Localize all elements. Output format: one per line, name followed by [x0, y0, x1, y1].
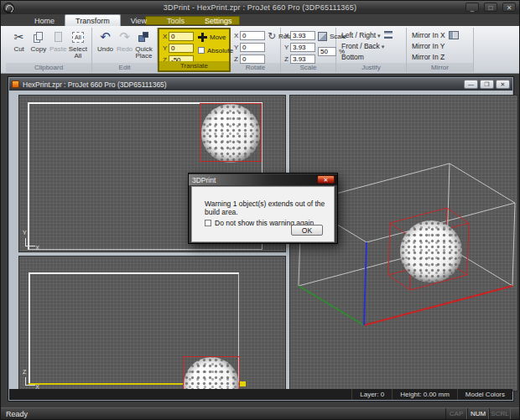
mirror-x-button[interactable]: Mirror In X	[410, 29, 460, 40]
copy-icon	[34, 32, 43, 43]
document-minimize-button[interactable]: —	[464, 80, 478, 89]
dialog-ok-button[interactable]: OK	[291, 225, 323, 236]
scale-y-input[interactable]	[290, 43, 315, 52]
minimize-button[interactable]: _	[465, 3, 479, 12]
window-title: 3DPrint - HexPrint.zpr : ProJet 660 Pro …	[1, 3, 519, 12]
group-label-edit: Edit	[92, 63, 157, 72]
absolute-checkbox[interactable]: Absolute	[198, 45, 233, 55]
cut-button[interactable]: ✂ Cut	[10, 29, 28, 53]
ribbon-tab-row: Home Transform View Tools Settings	[1, 14, 519, 26]
warning-dialog: 3DPrint ✕ Warning 1 object(s) extends ou…	[188, 173, 338, 244]
ribbon-group-mirror: Mirror In X Mirror In Y Mirror In Z Mirr…	[407, 28, 474, 72]
document-title-bar[interactable]: HexPrint.zpr : ProJet 660 Pro (3DP651113…	[9, 78, 512, 91]
ribbon-group-scale: X Y Z Scale % Scale	[281, 28, 336, 72]
viewport-front-view[interactable]: Z X	[18, 256, 286, 391]
axis-y-green	[299, 286, 364, 325]
undo-icon: ↶	[100, 34, 111, 40]
close-button[interactable]: ✕	[502, 3, 516, 12]
quick-place-button[interactable]: Quick Place	[135, 29, 153, 60]
tab-settings[interactable]: Settings	[195, 15, 242, 26]
mirror-icon	[449, 31, 459, 39]
status-ready-text: Ready	[6, 410, 28, 418]
mirror-z-button[interactable]: Mirror In Z	[410, 51, 446, 62]
status-bar: Ready CAP NUM SCRL	[1, 407, 519, 419]
maximize-button[interactable]: □	[484, 3, 497, 12]
redo-icon: ↷	[119, 34, 130, 40]
dialog-title: 3DPrint	[192, 176, 216, 184]
axis-indicator-front-view: Z X	[23, 374, 36, 387]
scale-z-label: Z	[284, 55, 290, 63]
group-label-rotate: Rotate	[231, 63, 280, 72]
scroll-lock-indicator: SCRL	[489, 408, 511, 419]
document-restore-button[interactable]: ❐	[480, 80, 494, 89]
tab-transform[interactable]: Transform	[65, 14, 121, 26]
application-window: 3DPrint - HexPrint.zpr : ProJet 660 Pro …	[0, 0, 520, 420]
layer-status: Layer: 0	[351, 389, 392, 400]
paste-icon	[55, 32, 62, 42]
axis-indicator-top-view: Y X	[23, 235, 36, 248]
scale-icon	[318, 32, 327, 41]
absolute-checkbox-box	[198, 47, 205, 54]
keyboard-indicators: CAP NUM SCRL	[445, 408, 511, 419]
dialog-body: Warning 1 object(s) extends out of the b…	[191, 186, 335, 242]
group-label-mirror: Mirror	[407, 63, 473, 72]
work-area: HexPrint.zpr : ProJet 660 Pro (3DP651113…	[1, 74, 519, 409]
quick-place-icon	[138, 32, 149, 43]
translate-x-label: X	[163, 33, 169, 40]
document-icon	[12, 80, 19, 88]
paste-button[interactable]: Paste	[49, 29, 67, 53]
group-label-translate: Translate	[159, 61, 229, 70]
copy-button[interactable]: Copy	[29, 29, 47, 53]
selection-box-top-view	[200, 103, 262, 162]
tab-home[interactable]: Home	[24, 15, 65, 26]
justify-front-back-button[interactable]: Front / Back	[340, 40, 386, 51]
ribbon: ✂ Cut Copy Paste All Select All Clipboar…	[1, 26, 519, 74]
model-sphere-perspective-view[interactable]	[400, 220, 462, 283]
scale-x-label: X	[284, 32, 290, 39]
document-close-button[interactable]: ✕	[496, 80, 510, 89]
num-lock-indicator: NUM	[467, 408, 489, 419]
justify-icon	[384, 31, 393, 39]
axis-x-red	[364, 286, 512, 325]
group-label-justify: Justify	[336, 63, 406, 72]
move-icon	[198, 33, 207, 42]
scale-y-label: Y	[284, 44, 290, 51]
cut-icon: ✂	[14, 34, 24, 40]
justify-bottom-button[interactable]: Bottom	[340, 51, 366, 62]
translate-y-label: Y	[163, 44, 169, 52]
scale-percent-input[interactable]	[318, 47, 336, 56]
rotate-y-label: Y	[234, 44, 240, 51]
redo-button[interactable]: ↷ Redo	[116, 29, 133, 53]
dialog-checkbox-box[interactable]	[205, 220, 211, 226]
document-status-bar: Layer: 0 Height: 0.00 mm Model Colors	[9, 389, 512, 400]
move-button[interactable]: Move	[198, 32, 233, 42]
title-bar[interactable]: 3DPrint - HexPrint.zpr : ProJet 660 Pro …	[1, 1, 519, 14]
tab-tools[interactable]: Tools	[157, 15, 195, 26]
document-title: HexPrint.zpr : ProJet 660 Pro (3DP651113…	[23, 80, 167, 89]
undo-button[interactable]: ↶ Undo	[96, 29, 114, 53]
rotate-y-input[interactable]	[240, 43, 265, 52]
select-all-button[interactable]: All Select All	[69, 29, 87, 60]
caps-lock-indicator: CAP	[445, 408, 467, 419]
mirror-y-button[interactable]: Mirror In Y	[410, 40, 447, 51]
rotate-z-label: Z	[234, 55, 240, 63]
rotate-x-input[interactable]	[240, 31, 265, 40]
ribbon-group-justify: Left / Right Front / Back Bottom Justify	[336, 28, 407, 72]
group-label-scale: Scale	[281, 63, 335, 72]
group-label-clipboard: Clipboard	[6, 63, 91, 72]
rotate-x-label: X	[234, 32, 240, 39]
scale-x-input[interactable]	[290, 31, 315, 40]
translate-x-input[interactable]	[169, 32, 194, 41]
ribbon-group-translate: X Y Z Move Absolute Translate	[158, 28, 231, 72]
axis-z-blue	[364, 242, 367, 325]
model-colors-status: Model Colors	[457, 389, 512, 400]
height-status: Height: 0.00 mm	[392, 389, 457, 400]
translate-y-input[interactable]	[169, 44, 194, 53]
ribbon-group-clipboard: ✂ Cut Copy Paste All Select All Clipboar…	[6, 28, 92, 72]
dialog-close-button[interactable]: ✕	[317, 175, 335, 184]
dialog-title-bar[interactable]: 3DPrint ✕	[189, 174, 337, 185]
dialog-message: Warning 1 object(s) extends out of the b…	[205, 200, 327, 216]
select-all-icon: All	[72, 32, 84, 43]
justify-left-right-button[interactable]: Left / Right	[340, 29, 394, 40]
tab-view[interactable]: View	[121, 15, 157, 26]
